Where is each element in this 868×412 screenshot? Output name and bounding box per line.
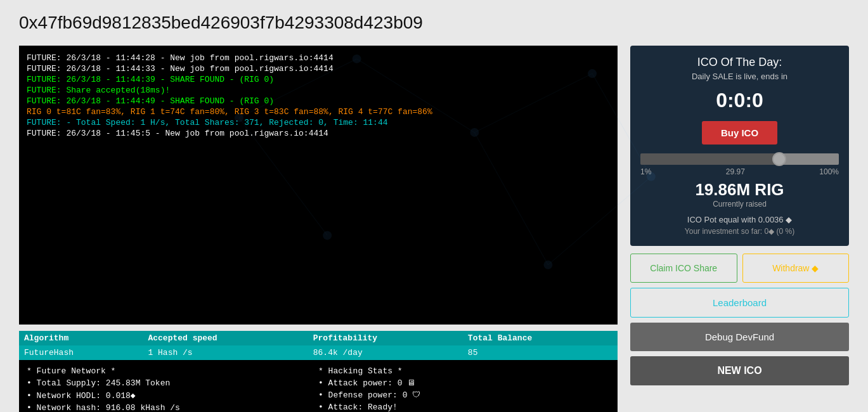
cell-balance: 85	[463, 345, 618, 360]
main-container: 0x47fb69d9812835bed426903f7b4293308d423b…	[0, 0, 868, 412]
slider-max: 100%	[819, 167, 839, 176]
right-buttons: Claim ICO Share Withdraw ◆ Leaderboard D…	[630, 254, 849, 385]
terminal-section: FUTURE: 26/3/18 - 11:44:28 - New job fro…	[19, 46, 618, 412]
leaderboard-button[interactable]: Leaderboard	[630, 288, 849, 318]
slider-thumb	[772, 152, 786, 166]
log-line-5: FUTURE: 26/3/18 - 11:44:49 - SHARE FOUND…	[27, 96, 610, 106]
network-item-2: • Network HODL: 0.018◆	[27, 390, 318, 401]
claim-ico-button[interactable]: Claim ICO Share	[630, 254, 737, 283]
slider-min: 1%	[640, 167, 651, 176]
table-header-row: Algorithm Accepted speed Profitability T…	[19, 331, 618, 345]
col-speed: Accepted speed	[143, 331, 308, 345]
terminal-log: FUTURE: 26/3/18 - 11:44:28 - New job fro…	[19, 46, 618, 325]
log-line-8: FUTURE: 26/3/18 - 11:45:5 - New job from…	[27, 129, 610, 138]
ico-pot: ICO Pot equal with 0.0036 ◆	[640, 215, 839, 224]
right-panel: ICO Of The Day: Daily SALE is live, ends…	[630, 46, 849, 385]
withdraw-button[interactable]: Withdraw ◆	[742, 254, 850, 283]
log-line-7: FUTURE: - Total Speed: 1 H/s, Total Shar…	[27, 118, 610, 127]
hacking-item-3: • Attack: Ready!	[318, 402, 610, 412]
network-info: * Future Network * • Total Supply: 245.8…	[27, 366, 318, 412]
withdraw-label: Withdraw ◆	[772, 263, 819, 273]
hacking-info: * Hacking Stats * • Attack power: 0 🖥 • …	[318, 366, 610, 412]
col-algorithm: Algorithm	[19, 331, 143, 345]
debug-devfund-button[interactable]: Debug DevFund	[630, 323, 849, 351]
buy-ico-button[interactable]: Buy ICO	[702, 121, 777, 145]
ico-subtitle: Daily SALE is live, ends in	[640, 72, 839, 81]
ico-raised: Currently raised	[640, 200, 839, 209]
log-line-4: FUTURE: Share accepted(18ms)!	[27, 86, 610, 95]
ico-timer: 0:0:0	[640, 89, 839, 112]
cell-algorithm: FutureHash	[19, 345, 143, 360]
log-line-3: FUTURE: 26/3/18 - 11:44:39 - SHARE FOUND…	[27, 75, 610, 84]
ico-panel: ICO Of The Day: Daily SALE is live, ends…	[630, 46, 849, 246]
hacking-item-2: • Defense power: 0 🛡	[318, 390, 610, 400]
cell-profit: 86.4k /day	[308, 345, 463, 360]
network-title: * Future Network *	[27, 366, 318, 376]
network-item-3: • Network hash: 916.08 kHash /s	[27, 403, 318, 412]
log-line-2: FUTURE: 26/3/18 - 11:44:33 - New job fro…	[27, 64, 610, 74]
mining-table: Algorithm Accepted speed Profitability T…	[19, 331, 618, 360]
log-line-6: RIG 0 t=81C fan=83%, RIG 1 t=74C fan=80%…	[27, 107, 610, 117]
ico-title: ICO Of The Day:	[640, 56, 839, 69]
slider-track	[640, 153, 839, 165]
cell-speed: 1 Hash /s	[143, 345, 308, 360]
address-title: 0x47fb69d9812835bed426903f7b4293308d423b…	[19, 13, 849, 33]
ico-investment: Your investment so far: 0◆ (0 %)	[640, 227, 839, 236]
hacking-item-1: • Attack power: 0 🖥	[318, 378, 610, 388]
terminal-info: * Future Network * • Total Supply: 245.8…	[19, 360, 618, 412]
hacking-title: * Hacking Stats *	[318, 366, 610, 376]
col-profitability: Profitability	[308, 331, 463, 345]
log-line-1: FUTURE: 26/3/18 - 11:44:28 - New job fro…	[27, 53, 610, 63]
new-ico-button[interactable]: NEW ICO	[630, 356, 849, 385]
table-row: FutureHash 1 Hash /s 86.4k /day 85	[19, 345, 618, 360]
claim-withdraw-row: Claim ICO Share Withdraw ◆	[630, 254, 849, 283]
slider-container[interactable]	[640, 153, 839, 165]
slider-labels: 1% 29.97 100%	[640, 167, 839, 176]
content-row: FUTURE: 26/3/18 - 11:44:28 - New job fro…	[19, 46, 849, 412]
ico-amount: 19.86M RIG	[640, 180, 839, 200]
col-balance: Total Balance	[463, 331, 618, 345]
network-item-1: • Total Supply: 245.83M Token	[27, 378, 318, 388]
slider-value: 29.97	[726, 167, 745, 176]
